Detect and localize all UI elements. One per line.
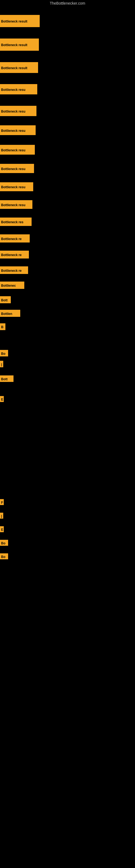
bottleneck-result-item: |	[0, 513, 3, 519]
bottleneck-result-item: Bottleneck resu	[0, 164, 34, 173]
bottleneck-result-item: Bottleneck res	[0, 218, 32, 226]
bottleneck-result-item: Bottleneck resu	[0, 145, 35, 155]
bottleneck-result-item: Bottleneck resu	[0, 84, 37, 94]
bottleneck-result-item: Bottleneck result	[0, 15, 40, 27]
bottleneck-result-item: Bottleneck resu	[0, 125, 36, 135]
bottleneck-result-item: Bottleneck resu	[0, 106, 37, 116]
bottleneck-result-item: E	[0, 396, 4, 402]
bottleneck-result-item: Bott	[0, 375, 13, 382]
bottleneck-result-item: Bottleneck result	[0, 62, 38, 73]
bottleneck-result-item: Bottlen	[0, 310, 20, 317]
bottleneck-result-item: Bo	[0, 553, 8, 559]
bottleneck-result-item: Bottleneck re	[0, 251, 29, 258]
bottleneck-result-item: Bottlenec	[0, 282, 24, 289]
bottleneck-result-item: E	[0, 526, 4, 532]
bottleneck-result-item: Bottleneck resu	[0, 182, 33, 191]
bottleneck-result-item: B	[0, 323, 5, 330]
bottleneck-result-item: Bo	[0, 540, 8, 546]
bottleneck-result-item: Bottleneck re	[0, 235, 30, 243]
bottleneck-result-item: Bottleneck re	[0, 267, 28, 274]
bottleneck-result-item: Bottleneck result	[0, 38, 39, 51]
bottleneck-result-item: Bott	[0, 296, 11, 303]
bottleneck-result-item: Bottleneck resu	[0, 200, 32, 209]
site-title: TheBottlenecker.com	[0, 0, 135, 6]
bottleneck-result-item: F	[0, 499, 4, 505]
bottleneck-result-item: Bo	[0, 350, 8, 356]
bottleneck-result-item: |	[0, 361, 3, 367]
